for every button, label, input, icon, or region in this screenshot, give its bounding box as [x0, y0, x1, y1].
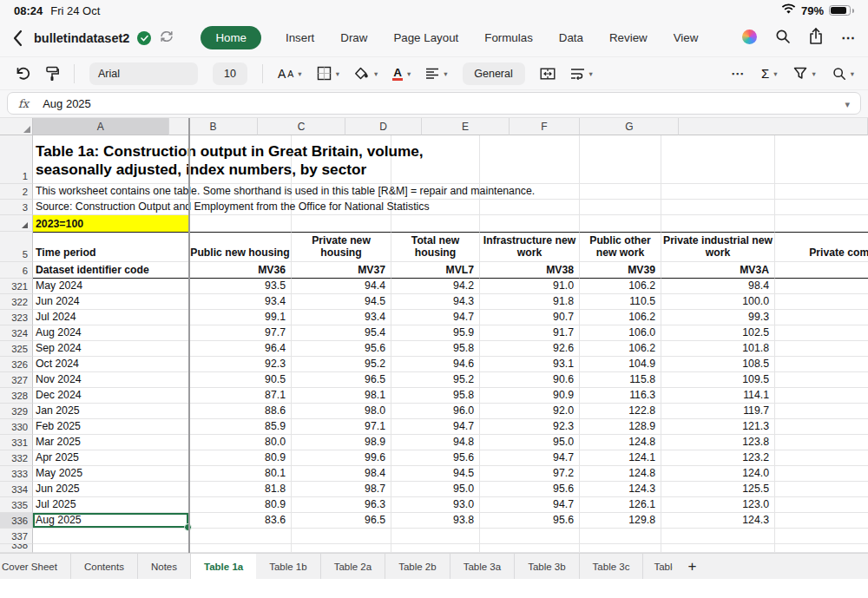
dataset-code-cell[interactable]: MVL7 — [391, 262, 480, 279]
alignment-icon[interactable] — [425, 68, 447, 80]
period-cell[interactable]: Aug 2024 — [33, 325, 189, 341]
sheet-tab[interactable]: Cover Sheet — [0, 554, 71, 579]
value-cell[interactable]: 106.2 — [580, 341, 661, 357]
value-cell[interactable]: 91.8 — [480, 294, 580, 310]
value-cell[interactable]: 90.6 — [480, 372, 580, 388]
value-cell[interactable]: 109.5 — [661, 372, 775, 388]
value-cell[interactable] — [580, 529, 661, 544]
value-cell[interactable]: 96.5 — [292, 372, 391, 388]
value-cell[interactable]: 108.5 — [661, 357, 775, 372]
value-cell[interactable]: 94.7 — [480, 450, 580, 466]
value-cell[interactable]: 106.2 — [580, 310, 661, 325]
sync-status-icon[interactable] — [159, 30, 174, 46]
more-menu-icon[interactable]: ⋯ — [841, 30, 856, 46]
sheet-tab[interactable]: Table 1b — [256, 554, 320, 579]
value-cell[interactable]: 94.5 — [292, 294, 391, 310]
column-header[interactable]: D — [345, 118, 423, 135]
value-cell[interactable]: 88.6 — [189, 404, 292, 419]
value-cell[interactable]: 95.6 — [480, 513, 580, 529]
sector-header-cell[interactable]: Private commercial new work — [775, 232, 868, 262]
ribbon-tab[interactable]: Review — [608, 27, 649, 49]
value-cell[interactable]: 95.8 — [391, 341, 480, 357]
value-cell[interactable] — [775, 341, 868, 357]
cell-base-year[interactable]: 2023=100 — [33, 215, 189, 232]
value-cell[interactable] — [775, 419, 868, 435]
value-cell[interactable] — [775, 357, 868, 372]
cell[interactable] — [775, 135, 868, 184]
frozen-pane-divider[interactable] — [188, 118, 190, 553]
row-header[interactable]: 337 — [0, 529, 33, 544]
value-cell[interactable]: 106.0 — [580, 325, 661, 341]
sheet-tab[interactable]: Table — [643, 554, 673, 579]
column-header[interactable]: G — [580, 118, 679, 135]
ribbon-tab[interactable]: View — [672, 27, 700, 49]
value-cell[interactable]: 90.5 — [189, 372, 292, 388]
cell[interactable] — [292, 215, 391, 232]
undo-button[interactable] — [14, 66, 30, 81]
value-cell[interactable] — [480, 529, 580, 544]
sector-header-cell[interactable]: Public new housing — [189, 232, 292, 262]
value-cell[interactable]: 93.1 — [480, 357, 580, 372]
period-cell[interactable]: Mar 2025 — [33, 435, 189, 450]
dataset-code-cell[interactable]: MV39 — [580, 262, 661, 279]
value-cell[interactable]: 123.0 — [661, 497, 775, 513]
value-cell[interactable]: 80.9 — [189, 497, 292, 513]
value-cell[interactable]: 124.0 — [661, 466, 775, 482]
period-cell[interactable]: Sep 2024 — [33, 341, 189, 357]
value-cell[interactable]: 80.9 — [189, 450, 292, 466]
row-header[interactable]: 1 — [0, 135, 33, 184]
value-cell[interactable] — [661, 544, 775, 553]
sheet-tab[interactable]: Table 3a — [450, 554, 515, 579]
value-cell[interactable]: 98.9 — [292, 435, 391, 450]
value-cell[interactable] — [775, 450, 868, 466]
value-cell[interactable]: 104.9 — [580, 357, 661, 372]
value-cell[interactable]: 80.1 — [189, 466, 292, 482]
value-cell[interactable]: 102.5 — [661, 325, 775, 341]
value-cell[interactable] — [775, 294, 868, 310]
column-header[interactable]: A — [33, 118, 169, 135]
value-cell[interactable]: 99.3 — [661, 310, 775, 325]
value-cell[interactable]: 98.4 — [292, 466, 391, 482]
value-cell[interactable]: 98.4 — [661, 279, 775, 294]
value-cell[interactable]: 114.1 — [661, 388, 775, 404]
value-cell[interactable]: 98.7 — [292, 482, 391, 497]
period-cell[interactable]: Jun 2025 — [33, 482, 189, 497]
sheet-tab[interactable]: Table 3c — [580, 554, 644, 579]
value-cell[interactable] — [391, 544, 480, 553]
value-cell[interactable]: 125.5 — [661, 482, 775, 497]
ribbon-tab[interactable]: Draw — [339, 27, 369, 49]
value-cell[interactable]: 95.6 — [391, 450, 480, 466]
value-cell[interactable]: 99.1 — [189, 310, 292, 325]
value-cell[interactable]: 124.8 — [580, 435, 661, 450]
row-header[interactable]: 323 — [0, 310, 33, 325]
value-cell[interactable]: 123.2 — [661, 450, 775, 466]
value-cell[interactable]: 92.3 — [189, 357, 292, 372]
value-cell[interactable] — [661, 529, 775, 544]
cell[interactable] — [775, 215, 868, 232]
dataset-code-cell[interactable]: MV36 — [189, 262, 292, 279]
period-cell[interactable]: Jan 2025 — [33, 404, 189, 419]
value-cell[interactable] — [480, 544, 580, 553]
value-cell[interactable] — [775, 529, 868, 544]
dataset-code-cell[interactable]: MV38 — [480, 262, 580, 279]
value-cell[interactable] — [775, 404, 868, 419]
value-cell[interactable]: 95.6 — [480, 482, 580, 497]
sector-header-cell[interactable]: Private new housing — [292, 232, 391, 262]
search-icon[interactable] — [775, 29, 791, 47]
value-cell[interactable]: 97.7 — [189, 325, 292, 341]
sheet-tab[interactable]: Table 1a — [191, 554, 256, 579]
value-cell[interactable]: 93.4 — [292, 310, 391, 325]
font-style-button[interactable]: AA — [278, 67, 302, 81]
value-cell[interactable] — [775, 513, 868, 529]
select-all-corner[interactable] — [0, 118, 33, 135]
value-cell[interactable]: 116.3 — [580, 388, 661, 404]
ribbon-tab[interactable]: Page Layout — [391, 27, 460, 49]
value-cell[interactable]: 94.6 — [391, 357, 480, 372]
sector-header-cell[interactable]: Total new housing — [391, 232, 480, 262]
value-cell[interactable]: 94.3 — [391, 294, 480, 310]
font-size-select[interactable]: 10 — [213, 62, 247, 85]
sector-header-cell[interactable]: Public other new work — [580, 232, 661, 262]
sector-header-cell[interactable]: Private industrial new work — [661, 232, 775, 262]
ribbon-tab[interactable]: Insert — [284, 27, 316, 49]
value-cell[interactable]: 94.7 — [391, 419, 480, 435]
